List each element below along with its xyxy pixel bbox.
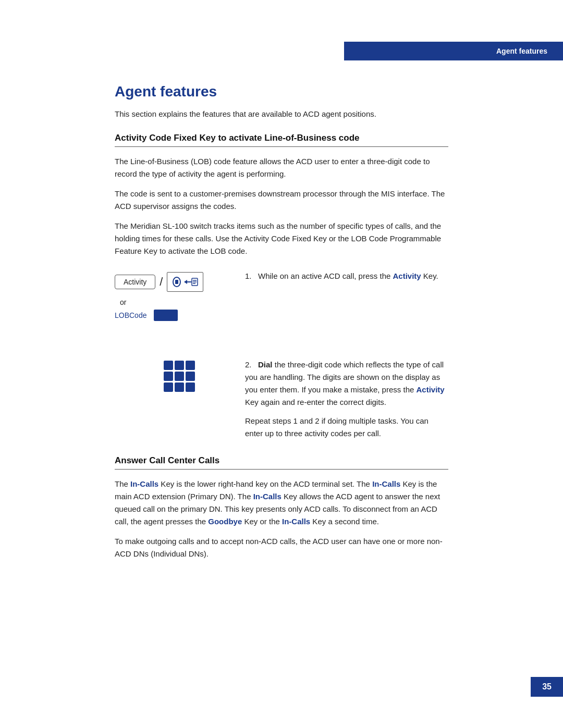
step2-block: 2. Dial the three-digit code which refle… bbox=[115, 359, 448, 409]
step1-text: 1. While on an active ACD call, press th… bbox=[245, 270, 448, 282]
activity-button: Activity bbox=[115, 275, 155, 289]
keypad-cell-9 bbox=[186, 382, 195, 392]
page-number-badge: 35 bbox=[531, 677, 563, 697]
step1-number: 1. bbox=[245, 272, 256, 280]
section1-para1: The Line-of-Business (LOB) code feature … bbox=[115, 155, 448, 180]
step2-text: 2. Dial the three-digit code which refle… bbox=[245, 359, 448, 409]
incalls-link-1: In-Calls bbox=[130, 479, 158, 488]
phone-icon-box bbox=[167, 272, 203, 292]
svg-rect-1 bbox=[175, 280, 178, 284]
section1-para2: The code is sent to a customer-premises … bbox=[115, 188, 448, 213]
step2-text-after: Key again and re-enter the correct digit… bbox=[245, 398, 386, 406]
incalls-link-3: In-Calls bbox=[253, 492, 282, 501]
step2-right: 2. Dial the three-digit code which refle… bbox=[229, 359, 448, 409]
step2-bold: Dial bbox=[258, 360, 273, 369]
diagram-row1: Activity / bbox=[115, 272, 203, 292]
diagram-area: Activity / bbox=[115, 270, 448, 327]
page-container: Agent features Agent features This secti… bbox=[0, 0, 563, 728]
header-bar-label: Agent features bbox=[496, 47, 547, 55]
incalls-link-2: In-Calls bbox=[372, 479, 400, 488]
keypad-cell-3 bbox=[186, 361, 195, 370]
intro-text: This section explains the features that … bbox=[115, 108, 448, 120]
header-bar: Agent features bbox=[344, 42, 563, 60]
diagram-row2: LOBCode bbox=[115, 310, 178, 321]
section1-para3: The Meridian SL-100 switch tracks items … bbox=[115, 220, 448, 257]
section2: Answer Call Center Calls The In-Calls Ke… bbox=[115, 455, 448, 560]
step2-activity-link: Activity bbox=[416, 385, 444, 394]
section2-para1: The In-Calls Key is the lower right-hand… bbox=[115, 478, 448, 528]
keypad-cell-5 bbox=[175, 372, 184, 381]
page-title: Agent features bbox=[115, 83, 448, 100]
keypad-cell-2 bbox=[175, 361, 184, 370]
step1-block: 1. While on an active ACD call, press th… bbox=[229, 270, 448, 282]
keypad-grid bbox=[164, 361, 195, 392]
section2-heading: Answer Call Center Calls bbox=[115, 455, 448, 470]
main-content: Agent features This section explains the… bbox=[0, 0, 563, 599]
incalls-link-4: In-Calls bbox=[282, 517, 310, 526]
step2-left bbox=[115, 359, 229, 392]
goodbye-link: Goodbye bbox=[208, 517, 242, 526]
step1-text-after: Key. bbox=[423, 272, 438, 280]
svg-marker-2 bbox=[184, 280, 191, 284]
step1-activity-link: Activity bbox=[393, 272, 421, 280]
keypad-cell-4 bbox=[164, 372, 173, 381]
step2-body: the three-digit code which reflects the … bbox=[245, 360, 444, 394]
diagram-left: Activity / bbox=[115, 270, 229, 327]
step2-number: 2. bbox=[245, 360, 256, 369]
slash: / bbox=[160, 275, 163, 289]
blue-rect bbox=[154, 310, 178, 321]
or-text: or bbox=[120, 298, 126, 306]
step1-text-before: While on an active ACD call, press the bbox=[258, 272, 390, 280]
keypad-cell-6 bbox=[186, 372, 195, 381]
section1-heading: Activity Code Fixed Key to activate Line… bbox=[115, 133, 448, 147]
keypad-cell-1 bbox=[164, 361, 173, 370]
repeat-text: Repeat steps 1 and 2 if doing multiple t… bbox=[115, 415, 448, 440]
phone-icon-svg bbox=[172, 275, 199, 289]
keypad-cell-7 bbox=[164, 382, 173, 392]
lobcode-label: LOBCode bbox=[115, 311, 146, 319]
section2-para2: To make outgoing calls and to accept non… bbox=[115, 535, 448, 560]
keypad-cell-8 bbox=[175, 382, 184, 392]
